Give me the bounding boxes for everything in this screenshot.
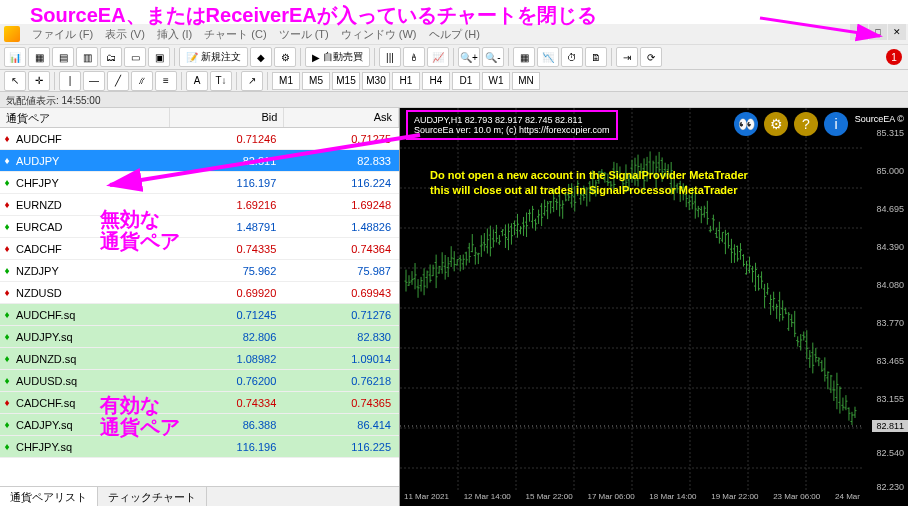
trendline-icon[interactable]: ╱ xyxy=(107,71,129,91)
toolbar-tester-icon[interactable]: ▣ xyxy=(148,47,170,67)
pair-row[interactable]: ♦CADCHF0.743350.74364 xyxy=(0,238,399,260)
tab-pair-list[interactable]: 通貨ペアリスト xyxy=(0,487,98,506)
toolbar-options-icon[interactable]: ⚙ xyxy=(274,47,296,67)
window-maximize[interactable]: □ xyxy=(869,24,887,40)
pair-row[interactable]: ♦AUDJPY82.81182.833 xyxy=(0,150,399,172)
price-tick: 82.540 xyxy=(876,448,904,458)
price-tick: 85.000 xyxy=(876,166,904,176)
text-icon[interactable]: A xyxy=(186,71,208,91)
toolbar-indicators-icon[interactable]: 📉 xyxy=(537,47,559,67)
vline-icon[interactable]: | xyxy=(59,71,81,91)
toolbar-line-chart-icon[interactable]: 📈 xyxy=(427,47,449,67)
timeframe-mn[interactable]: MN xyxy=(512,72,540,90)
toolbar-templates-icon[interactable]: 🗎 xyxy=(585,47,607,67)
channel-icon[interactable]: ⫽ xyxy=(131,71,153,91)
price-tick: 85.315 xyxy=(876,128,904,138)
pair-row[interactable]: ♦AUDNZD.sq1.089821.09014 xyxy=(0,348,399,370)
fibo-icon[interactable]: ≡ xyxy=(155,71,177,91)
price-tick: 83.465 xyxy=(876,356,904,366)
price-tick: 82.230 xyxy=(876,482,904,492)
ask-price: 0.71275 xyxy=(284,133,399,145)
cursor-icon[interactable]: ↖ xyxy=(4,71,26,91)
pair-name: NZDUSD xyxy=(14,287,170,299)
price-tick: 84.390 xyxy=(876,242,904,252)
ask-price: 82.830 xyxy=(284,331,399,343)
toolbar-main: 📊 ▦ ▤ ▥ 🗂 ▭ ▣ 📝新規注文 ◆ ⚙ ▶自動売買 ||| 🕯 📈 🔍+… xyxy=(0,44,908,70)
direction-icon: ♦ xyxy=(0,419,14,430)
toolbar-metaeditor-icon[interactable]: ◆ xyxy=(250,47,272,67)
pair-row[interactable]: ♦NZDJPY75.96275.987 xyxy=(0,260,399,282)
pair-row[interactable]: ♦EURCAD1.487911.48826 xyxy=(0,216,399,238)
pair-row[interactable]: ♦CADCHF.sq0.743340.74365 xyxy=(0,392,399,414)
toolbar-periods-icon[interactable]: ⏱ xyxy=(561,47,583,67)
toolbar-market-watch-icon[interactable]: ▤ xyxy=(52,47,74,67)
toolbar-navigator-icon[interactable]: 🗂 xyxy=(100,47,122,67)
ask-price: 0.76218 xyxy=(284,375,399,387)
pair-row[interactable]: ♦AUDJPY.sq82.80682.830 xyxy=(0,326,399,348)
pair-row[interactable]: ♦CADJPY.sq86.38886.414 xyxy=(0,414,399,436)
pair-row[interactable]: ♦AUDUSD.sq0.762000.76218 xyxy=(0,370,399,392)
toolbar-new-order[interactable]: 📝新規注文 xyxy=(179,47,248,67)
bid-price: 1.08982 xyxy=(170,353,285,365)
time-tick: 19 Mar 22:00 xyxy=(711,492,758,506)
pair-row[interactable]: ♦CHFJPY116.197116.224 xyxy=(0,172,399,194)
tab-tick-chart[interactable]: ティックチャート xyxy=(98,487,207,506)
toolbar-auto-trade[interactable]: ▶自動売買 xyxy=(305,47,370,67)
chart-info-icon[interactable]: i xyxy=(824,112,848,136)
crosshair-icon[interactable]: ✛ xyxy=(28,71,50,91)
timeframe-m5[interactable]: M5 xyxy=(302,72,330,90)
toolbar-data-window-icon[interactable]: ▥ xyxy=(76,47,98,67)
toolbar-bar-chart-icon[interactable]: ||| xyxy=(379,47,401,67)
toolbar-zoom-out-icon[interactable]: 🔍- xyxy=(482,47,504,67)
timeframe-d1[interactable]: D1 xyxy=(452,72,480,90)
direction-icon: ♦ xyxy=(0,243,14,254)
toolbar-profiles-icon[interactable]: ▦ xyxy=(28,47,50,67)
price-tick: 84.695 xyxy=(876,204,904,214)
notification-badge[interactable]: 1 xyxy=(886,49,902,65)
text-label-icon[interactable]: T↓ xyxy=(210,71,232,91)
col-header-ask[interactable]: Ask xyxy=(284,108,399,127)
chart-area[interactable]: AUDJPY,H1 82.793 82.917 82.745 82.811 So… xyxy=(400,108,908,506)
toolbar-autoscroll-icon[interactable]: ⟳ xyxy=(640,47,662,67)
ask-price: 82.833 xyxy=(284,155,399,167)
timeframe-m30[interactable]: M30 xyxy=(362,72,390,90)
pair-row[interactable]: ♦EURNZD1.692161.69248 xyxy=(0,194,399,216)
pair-name: CHFJPY.sq xyxy=(14,441,170,453)
direction-icon: ♦ xyxy=(0,155,14,166)
pair-row[interactable]: ♦CHFJPY.sq116.196116.225 xyxy=(0,436,399,458)
pair-row[interactable]: ♦AUDCHF0.712460.71275 xyxy=(0,128,399,150)
toolbar-shift-icon[interactable]: ⇥ xyxy=(616,47,638,67)
ask-price: 116.224 xyxy=(284,177,399,189)
ask-price: 1.69248 xyxy=(284,199,399,211)
col-header-bid[interactable]: Bid xyxy=(170,108,285,127)
bid-price: 116.196 xyxy=(170,441,285,453)
annotation-close-chart: SourceEA、またはReceiverEAが入っているチャートを閉じる xyxy=(30,2,597,29)
quote-panel-header: 気配値表示: 14:55:00 xyxy=(0,92,908,108)
chart-help-icon[interactable]: ? xyxy=(794,112,818,136)
direction-icon: ♦ xyxy=(0,265,14,276)
window-minimize[interactable]: — xyxy=(850,24,868,40)
chart-binoculars-icon[interactable]: 👀 xyxy=(734,112,758,136)
toolbar-terminal-icon[interactable]: ▭ xyxy=(124,47,146,67)
arrows-icon[interactable]: ↗ xyxy=(241,71,263,91)
chart-settings-icon[interactable]: ⚙ xyxy=(764,112,788,136)
pair-name: AUDJPY xyxy=(14,155,170,167)
toolbar-new-chart-icon[interactable]: 📊 xyxy=(4,47,26,67)
col-header-pair[interactable]: 通貨ペア xyxy=(0,108,170,127)
toolbar-zoom-in-icon[interactable]: 🔍+ xyxy=(458,47,480,67)
ask-price: 86.414 xyxy=(284,419,399,431)
bid-price: 0.74335 xyxy=(170,243,285,255)
bid-price: 116.197 xyxy=(170,177,285,189)
pair-row[interactable]: ♦NZDUSD0.699200.69943 xyxy=(0,282,399,304)
hline-icon[interactable]: — xyxy=(83,71,105,91)
timeframe-h4[interactable]: H4 xyxy=(422,72,450,90)
timeframe-h1[interactable]: H1 xyxy=(392,72,420,90)
window-close[interactable]: ✕ xyxy=(888,24,906,40)
timeframe-m15[interactable]: M15 xyxy=(332,72,360,90)
direction-icon: ♦ xyxy=(0,221,14,232)
timeframe-w1[interactable]: W1 xyxy=(482,72,510,90)
pair-row[interactable]: ♦AUDCHF.sq0.712450.71276 xyxy=(0,304,399,326)
toolbar-candle-chart-icon[interactable]: 🕯 xyxy=(403,47,425,67)
timeframe-m1[interactable]: M1 xyxy=(272,72,300,90)
toolbar-tile-icon[interactable]: ▦ xyxy=(513,47,535,67)
